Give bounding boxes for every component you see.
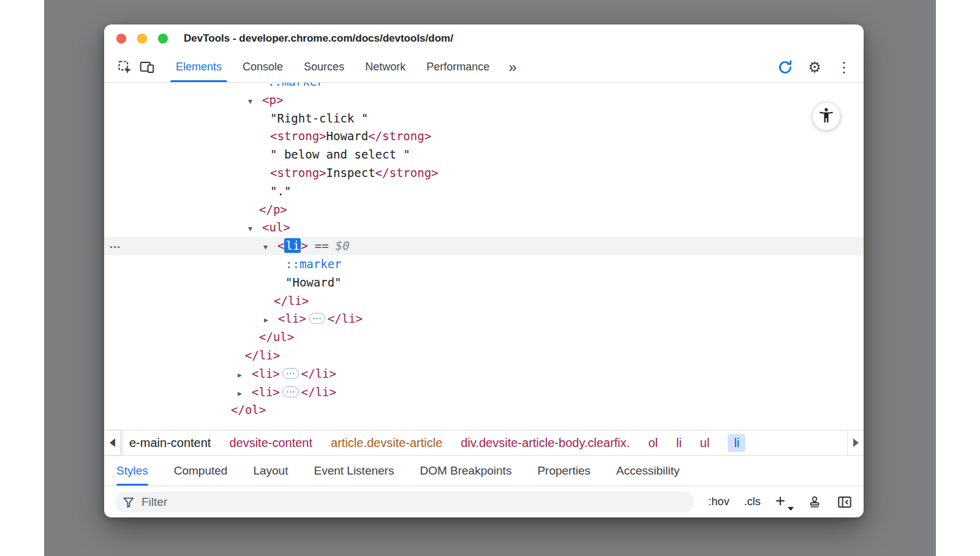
tag-token: <li> [252,385,280,399]
tag-token: < [277,239,284,252]
show-more-icon[interactable]: ⋯ [309,313,325,324]
breadcrumb-item[interactable]: ol [648,436,658,450]
window-title: DevTools - developer.chrome.com/docs/dev… [184,32,453,45]
show-more-icon[interactable]: ⋯ [282,368,299,379]
text-node-token: " below and select " [270,148,410,161]
dom-tree-row[interactable]: ::marker [104,255,864,274]
dom-tree-row[interactable]: ▾<p> [104,91,864,110]
equals-token: == [315,239,329,252]
toggle-class-button[interactable]: .cls [744,495,761,508]
text-node-token: "." [270,184,291,198]
inspect-element-icon[interactable] [114,56,136,78]
tag-token: <strong> [270,129,326,143]
sidebar-tab-styles[interactable]: Styles [116,456,148,486]
pseudo-marker-token[interactable]: ::marker [285,257,342,271]
dom-tree-row[interactable]: </li> [104,347,864,365]
breadcrumb-item[interactable]: li [676,436,682,450]
dom-tree-row[interactable]: ::marker [104,83,864,91]
sidebar-tab-dom-breakpoints[interactable]: DOM Breakpoints [420,456,511,486]
accessibility-button[interactable] [812,102,840,130]
expand-arrow-icon[interactable]: ▸ [238,385,252,403]
styles-filter-row: :hov .cls + [104,486,864,517]
breadcrumb-item[interactable]: ul [700,436,710,450]
minimize-window-button[interactable] [137,34,147,43]
tag-token: </strong> [375,166,439,179]
toolbar-right-icons: ⚙ ⋮ [774,56,864,78]
styles-pane-actions: :hov .cls + [709,494,853,510]
tag-token: <strong> [270,166,326,179]
collapse-arrow-icon[interactable]: ▾ [263,238,277,257]
collapse-arrow-icon[interactable]: ▾ [248,92,262,111]
close-window-button[interactable] [116,34,126,43]
dom-tree-row[interactable]: </li> [104,292,864,310]
sidebar-tab-computed[interactable]: Computed [174,456,228,486]
sidebar-tab-properties[interactable]: Properties [537,456,590,486]
sidebar-tab-layout[interactable]: Layout [253,456,288,486]
panel-tabs: ElementsConsoleSourcesNetworkPerformance [165,52,500,82]
breadcrumb-item[interactable]: li [728,434,745,452]
settings-gear-icon[interactable]: ⚙ [804,56,826,78]
breadcrumb-scroll-right-button[interactable] [847,430,864,455]
tab-performance[interactable]: Performance [416,52,500,82]
right-arrow-icon [853,438,859,447]
collapse-arrow-icon[interactable]: ▾ [248,220,262,238]
dom-tree-row[interactable]: <strong>Inspect</strong> [104,164,864,182]
show-more-icon[interactable]: ⋯ [282,386,299,397]
pseudo-marker-token[interactable]: ::marker [268,83,324,88]
breadcrumb: e-main-contentdevsite-contentarticle.dev… [121,430,847,455]
tag-token: <li> [278,312,306,325]
breadcrumb-item[interactable]: div.devsite-article-body.clearfix. [461,436,630,450]
tag-token: <ul> [262,220,290,234]
tab-network[interactable]: Network [355,52,416,82]
breadcrumb-bar: e-main-contentdevsite-contentarticle.dev… [104,430,864,456]
expand-arrow-icon[interactable]: ▸ [238,366,252,385]
window-controls [116,34,168,43]
tab-elements[interactable]: Elements [165,52,232,82]
dom-tree-row[interactable]: "Right-click " [104,110,864,128]
expand-arrow-icon[interactable]: ▸ [264,311,278,329]
rendering-emulation-icon[interactable] [807,495,822,509]
kebab-menu-icon[interactable]: ⋮ [833,56,855,78]
dom-tree-row[interactable]: <strong>Howard</strong> [104,127,864,146]
new-style-rule-button[interactable]: + [775,495,793,509]
tag-token: </ul> [259,330,294,344]
dom-tree-row[interactable]: " below and select " [104,146,864,164]
dom-tree-row[interactable]: ▾<ul> [104,219,864,237]
window-titlebar: DevTools - developer.chrome.com/docs/dev… [104,24,864,52]
sidebar-toggle-icon[interactable] [837,494,853,510]
dom-tree-row[interactable]: "Howard" [104,274,864,292]
tab-console[interactable]: Console [232,52,293,82]
dom-tree-row[interactable]: ▸<li>⋯</li> [104,383,864,402]
toggle-element-state-button[interactable]: :hov [709,495,729,508]
device-toolbar-icon[interactable] [136,56,158,78]
text-node-token: Howard [326,129,369,143]
dom-tree-row[interactable]: "." [104,182,864,201]
breadcrumb-item[interactable]: devsite-content [229,436,312,450]
left-arrow-icon [110,438,115,447]
tag-token: </strong> [368,129,431,143]
sync-icon[interactable] [774,56,796,78]
caret-down-icon [788,507,794,511]
breadcrumb-scroll-left-button[interactable] [104,430,121,455]
dom-tree: ::marker▾<p>"Right-click "<strong>Howard… [104,83,864,430]
breadcrumb-item[interactable]: e-main-content [129,436,211,450]
breadcrumb-item[interactable]: article.devsite-article [331,436,442,450]
dom-tree-row[interactable]: ▸<li>⋯</li> [104,365,864,383]
row-ellipsis-gutter-icon[interactable]: … [109,235,121,254]
sidebar-tabs: StylesComputedLayoutEvent ListenersDOM B… [104,456,864,486]
text-node-token: "Right-click " [270,111,368,125]
filter-input[interactable] [140,495,687,509]
more-tabs-icon[interactable]: » [500,53,525,81]
tab-sources[interactable]: Sources [293,52,355,82]
sidebar-tab-event-listeners[interactable]: Event Listeners [314,456,394,486]
dollar-zero-token: $0 [336,239,350,252]
filter-input-wrap[interactable] [115,492,694,513]
tag-token: </p> [259,203,287,216]
dom-tree-row[interactable]: </ul> [104,328,864,347]
sidebar-tab-accessibility[interactable]: Accessibility [616,456,679,486]
dom-tree-row[interactable]: ▸<li>⋯</li> [104,310,864,328]
zoom-window-button[interactable] [158,34,168,43]
dom-tree-row[interactable]: …▾<li>==$0 [104,237,864,255]
dom-tree-row[interactable]: </ol> [104,401,864,419]
dom-tree-row[interactable]: </p> [104,201,864,219]
